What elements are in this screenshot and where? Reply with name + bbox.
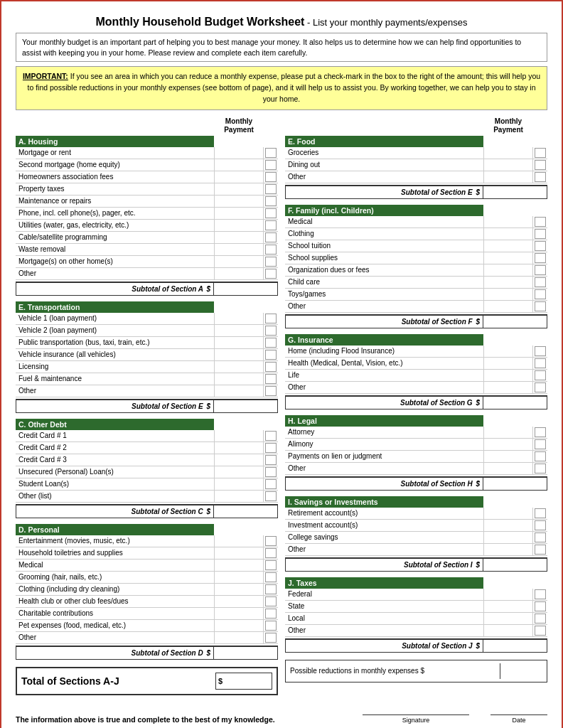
list-item: Mortgage(s) on other home(s): [16, 256, 278, 268]
list-item: Utilities (water, gas, electricity, etc.…: [16, 220, 278, 232]
list-item: Alimony: [285, 439, 547, 451]
list-item: Waste removal: [16, 244, 278, 256]
list-item: Other: [285, 625, 547, 637]
section-family-header: F. Family (incl. Children): [285, 205, 483, 216]
section-taxes-header: J. Taxes: [285, 577, 483, 589]
list-item: Medical: [285, 216, 547, 228]
list-item: Credit Card # 2: [16, 442, 278, 454]
intro-box: Your monthly budget is an important part…: [16, 33, 547, 62]
subtotal-h: Subtotal of Section H $: [285, 476, 547, 491]
section-other-debt: C. Other Debt Credit Card # 1 Credit Car…: [16, 419, 278, 518]
list-item: Groceries: [285, 147, 547, 159]
list-item: Attorney: [285, 427, 547, 439]
list-item: Retirement account(s): [285, 508, 547, 520]
section-savings-header: I. Savings or Investments: [285, 496, 483, 508]
list-item: Other: [285, 382, 547, 394]
list-item: Public transportation (bus, taxi, train,…: [16, 337, 278, 349]
signature-group: Signature: [363, 702, 469, 724]
list-item: Second mortgage (home equity): [16, 159, 278, 171]
list-item: Other: [285, 171, 547, 183]
list-item: Pet expenses (food, medical, etc.): [16, 620, 278, 632]
total-section: Total of Sections A-J $: [16, 667, 278, 695]
section-legal-header: H. Legal: [285, 415, 483, 427]
list-item: Grooming (hair, nails, etc.): [16, 572, 278, 584]
list-item: Organization dues or fees: [285, 264, 547, 277]
subtotal-d: Subtotal of Section D $: [16, 646, 278, 660]
signature-line[interactable]: [363, 702, 469, 715]
list-item: Credit Card # 1: [16, 430, 278, 442]
page-title: Monthly Household Budget Worksheet - Lis…: [16, 16, 547, 28]
total-input[interactable]: [225, 673, 272, 689]
list-item: Investment account(s): [285, 520, 547, 532]
list-item: Household toiletries and supplies: [16, 547, 278, 560]
section-insurance-header: G. Insurance: [285, 334, 483, 346]
subtotal-e-food: Subtotal of Section E $: [285, 185, 547, 199]
list-item: Other (list): [16, 491, 278, 503]
section-family: F. Family (incl. Children) Medical Cloth…: [285, 205, 547, 328]
statement-text: The information above is true and comple…: [16, 715, 275, 724]
list-item: State: [285, 601, 547, 613]
list-item: Other: [285, 544, 547, 556]
section-savings: I. Savings or Investments Retirement acc…: [285, 496, 547, 572]
list-item: Cable/satellite programming: [16, 232, 278, 244]
date-group: Date: [490, 702, 547, 724]
subtotal-i: Subtotal of Section I $: [285, 557, 547, 572]
section-transportation-header: E. Transportation: [16, 301, 214, 313]
list-item: Maintenance or repairs: [16, 196, 278, 208]
list-item: Entertainment (movies, music, etc.): [16, 535, 278, 547]
list-item: Homeowners association fees: [16, 171, 278, 183]
subtotal-j: Subtotal of Section J $: [285, 638, 547, 653]
list-item: Vehicle insurance (all vehicles): [16, 349, 278, 361]
list-item: Toys/games: [285, 289, 547, 301]
possible-reductions-label: Possible reductions in monthly expenses …: [290, 667, 500, 675]
possible-reductions: Possible reductions in monthly expenses …: [285, 660, 547, 682]
section-legal: H. Legal Attorney Alimony Payments on li…: [285, 415, 547, 491]
important-box: IMPORTANT: If you see an area in which y…: [16, 66, 547, 109]
list-item: Phone, incl. cell phone(s), pager, etc.: [16, 208, 278, 220]
subtotal-g: Subtotal of Section G $: [285, 395, 547, 410]
list-item: Property taxes: [16, 183, 278, 196]
list-item: Vehicle 1 (loan payment): [16, 313, 278, 325]
total-label: Total of Sections A-J: [21, 675, 215, 687]
list-item: Dining out: [285, 159, 547, 171]
list-item: Unsecured (Personal) Loan(s): [16, 466, 278, 478]
list-item: Charitable contributions: [16, 608, 278, 620]
list-item: School tuition: [285, 240, 547, 252]
list-item: Health (Medical, Dental, Vision, etc.): [285, 358, 547, 370]
list-item: Other: [16, 385, 278, 397]
list-item: Other: [16, 632, 278, 644]
section-taxes: J. Taxes Federal State Local Other Subto…: [285, 577, 547, 653]
list-item: Other: [16, 268, 278, 280]
section-personal-header: D. Personal: [16, 524, 214, 535]
list-item: Other: [285, 301, 547, 313]
section-personal: D. Personal Entertainment (movies, music…: [16, 524, 278, 660]
subtotal-c: Subtotal of Section C $: [16, 504, 278, 518]
date-line[interactable]: [490, 702, 547, 715]
subtotal-a: Subtotal of Section A $: [16, 282, 278, 296]
section-food: E. Food Groceries Dining out Other Subto…: [285, 136, 547, 199]
possible-reductions-input[interactable]: [500, 663, 542, 679]
list-item: Licensing: [16, 361, 278, 373]
list-item: College savings: [285, 532, 547, 544]
list-item: Credit Card # 3: [16, 454, 278, 466]
list-item: Clothing (including dry cleaning): [16, 584, 278, 596]
list-item: Payments on lien or judgment: [285, 451, 547, 463]
list-item: Medical: [16, 560, 278, 572]
list-item: Local: [285, 613, 547, 625]
list-item: School supplies: [285, 252, 547, 264]
section-food-header: E. Food: [285, 136, 483, 147]
subtotal-f: Subtotal of Section F $: [285, 314, 547, 328]
section-transportation: E. Transportation Vehicle 1 (loan paymen…: [16, 301, 278, 413]
subtotal-e-transport: Subtotal of Section E $: [16, 399, 278, 413]
list-item: Clothing: [285, 228, 547, 240]
date-label: Date: [512, 717, 525, 724]
total-dollar: $: [216, 677, 225, 685]
list-item: Student Loan(s): [16, 478, 278, 491]
right-monthly-header: MonthlyPayment: [483, 117, 533, 134]
list-item: Other: [285, 463, 547, 475]
list-item: Child care: [285, 277, 547, 289]
section-other-debt-header: C. Other Debt: [16, 419, 214, 430]
list-item: Federal: [285, 589, 547, 601]
list-item: Health club or other club fees/dues: [16, 596, 278, 608]
section-housing: A. Housing Mortgage or rent Second mortg…: [16, 136, 278, 296]
